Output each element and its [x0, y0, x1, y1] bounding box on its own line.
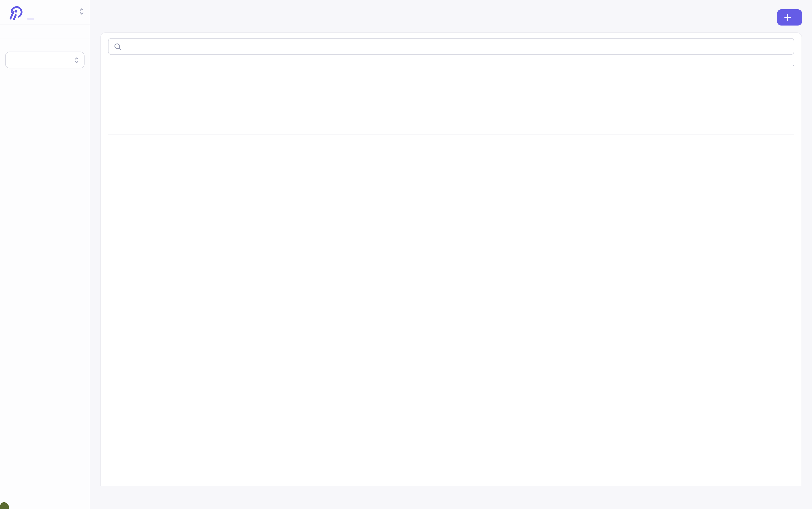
- connection-status-summary: [100, 13, 111, 21]
- sidebar-divider: [0, 39, 90, 39]
- table-header-row: [108, 122, 794, 135]
- org-plan-badge: [27, 18, 35, 20]
- plus-icon: [784, 14, 791, 21]
- org-info: [27, 3, 79, 22]
- search-bar: [108, 38, 794, 55]
- app-root: [0, 0, 812, 509]
- main-content: [90, 0, 812, 509]
- chevron-updown-icon: [74, 57, 79, 63]
- connections-table: [108, 122, 794, 135]
- search-icon: [114, 43, 122, 50]
- sidebar-footer: [0, 501, 90, 509]
- connections-panel: [100, 32, 802, 486]
- chevron-updown-icon[interactable]: [79, 8, 85, 17]
- sidebar-organization-section: [0, 25, 90, 35]
- sidebar: [0, 0, 90, 509]
- airbyte-logo-icon: [5, 3, 23, 21]
- time-range-selector: [793, 65, 794, 66]
- page-header: [100, 8, 802, 26]
- workspace-selector[interactable]: [5, 52, 85, 68]
- org-switcher[interactable]: [0, 0, 90, 25]
- search-input[interactable]: [126, 42, 788, 50]
- new-connection-button[interactable]: [777, 9, 802, 26]
- sidebar-workspace-section: [0, 42, 90, 73]
- sync-history-chart: [108, 71, 794, 116]
- time-range-row: [108, 65, 794, 66]
